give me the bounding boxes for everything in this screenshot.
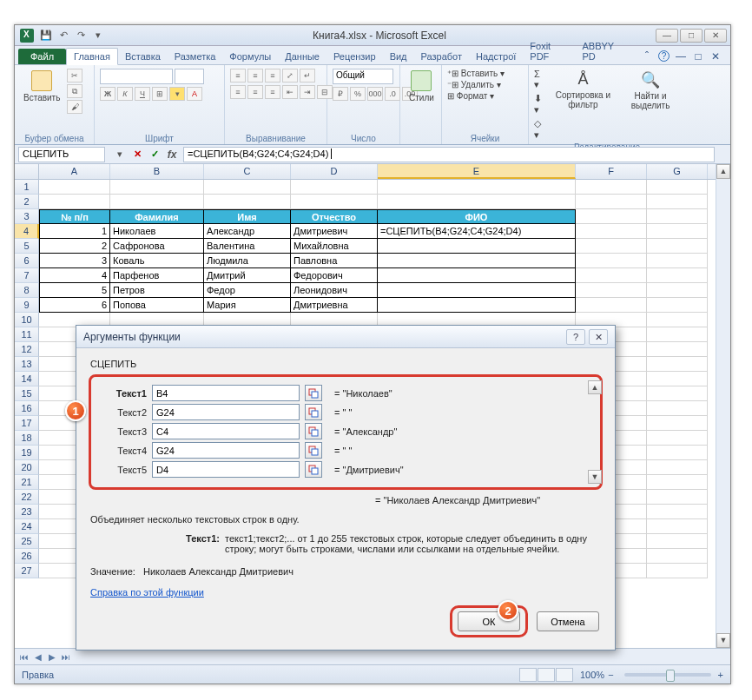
copy-icon[interactable]: ⧉ bbox=[67, 84, 82, 98]
table-row[interactable] bbox=[378, 298, 576, 313]
tab-insert[interactable]: Вставка bbox=[118, 49, 168, 64]
cell-B4[interactable]: Николаев bbox=[110, 224, 204, 239]
cell-C4[interactable]: Александр bbox=[204, 224, 291, 239]
cells-insert[interactable]: ⁺⊞ Вставить ▾ bbox=[447, 69, 505, 78]
row-16-header[interactable]: 16 bbox=[15, 401, 39, 416]
row-26-header[interactable]: 26 bbox=[15, 549, 39, 564]
scroll-up-icon[interactable]: ▲ bbox=[716, 164, 730, 179]
cell-E4-active[interactable]: =СЦЕПИТЬ(B4;G24;C4;G24;D4) bbox=[378, 224, 576, 239]
table-row[interactable]: Дмитрий bbox=[204, 268, 291, 283]
zoom-out-icon[interactable]: − bbox=[608, 670, 613, 680]
border-button[interactable]: ⊞ bbox=[152, 87, 168, 101]
table-row[interactable] bbox=[378, 254, 576, 268]
row-23-header[interactable]: 23 bbox=[15, 505, 39, 519]
cell-G21[interactable] bbox=[647, 475, 708, 490]
table-row[interactable] bbox=[378, 239, 576, 254]
currency-icon[interactable]: ₽ bbox=[333, 87, 348, 101]
tab-review[interactable]: Рецензир bbox=[327, 49, 383, 64]
arg2-ref-button[interactable] bbox=[305, 404, 322, 420]
find-select-button[interactable]: 🔍 Найти и выделить bbox=[621, 69, 680, 112]
sheet-nav-prev-icon[interactable]: ◀ bbox=[32, 652, 44, 662]
cells-format[interactable]: ⊞ Формат ▾ bbox=[447, 91, 494, 101]
formula-cancel-icon[interactable]: ✕ bbox=[129, 147, 145, 162]
tab-home[interactable]: Главная bbox=[66, 48, 118, 65]
tab-file[interactable]: Файл bbox=[18, 49, 66, 64]
table-row[interactable]: 2 bbox=[39, 239, 110, 254]
cell-G16[interactable] bbox=[647, 401, 708, 416]
cell-G19[interactable] bbox=[647, 446, 708, 460]
percent-icon[interactable]: % bbox=[350, 87, 366, 101]
table-row[interactable]: Дмитриевна bbox=[291, 298, 378, 313]
maximize-button[interactable]: □ bbox=[680, 29, 703, 43]
arg1-input[interactable] bbox=[152, 385, 300, 401]
table-row[interactable]: Павловна bbox=[291, 254, 378, 268]
header-B[interactable]: Фамилия bbox=[110, 209, 204, 224]
cancel-button[interactable]: Отмена bbox=[537, 611, 599, 631]
table-row[interactable] bbox=[378, 283, 576, 298]
paste-button[interactable]: Вставить bbox=[20, 69, 63, 104]
align-top-icon[interactable]: ≡ bbox=[230, 69, 246, 83]
name-box[interactable]: СЦЕПИТЬ bbox=[18, 147, 105, 162]
row-12-header[interactable]: 12 bbox=[15, 342, 39, 357]
sheet-nav-last-icon[interactable]: ⏭ bbox=[60, 652, 72, 662]
ribbon-minimize-icon[interactable]: ˆ bbox=[641, 50, 653, 63]
row-9-header[interactable]: 9 bbox=[15, 298, 39, 313]
row-18-header[interactable]: 18 bbox=[15, 431, 39, 446]
format-painter-icon[interactable]: 🖌 bbox=[67, 100, 82, 114]
arg5-input[interactable] bbox=[152, 461, 300, 478]
indent-increase-icon[interactable]: ⇥ bbox=[300, 85, 315, 99]
cell-G13[interactable] bbox=[647, 357, 708, 372]
orientation-icon[interactable]: ⤢ bbox=[282, 69, 298, 83]
cell-G22[interactable] bbox=[647, 490, 708, 505]
tab-data[interactable]: Данные bbox=[278, 49, 327, 64]
autosum-icon[interactable]: Σ ▾ bbox=[534, 69, 545, 90]
row-13-header[interactable]: 13 bbox=[15, 357, 39, 372]
table-row[interactable]: Парфенов bbox=[110, 268, 204, 283]
view-break-icon[interactable] bbox=[556, 668, 573, 682]
cell-G23[interactable] bbox=[647, 505, 708, 519]
cell-G18[interactable] bbox=[647, 431, 708, 446]
cell-A4[interactable]: 1 bbox=[39, 224, 110, 239]
doc-minimize-icon[interactable]: — bbox=[675, 50, 687, 63]
row-11-header[interactable]: 11 bbox=[15, 327, 39, 342]
indent-decrease-icon[interactable]: ⇤ bbox=[282, 85, 298, 99]
minimize-button[interactable]: — bbox=[656, 29, 678, 43]
row-2-header[interactable]: 2 bbox=[15, 195, 39, 209]
align-center-icon[interactable]: ≡ bbox=[247, 85, 263, 99]
cell-G20[interactable] bbox=[647, 460, 708, 475]
cell-G14[interactable] bbox=[647, 372, 708, 386]
sheet-nav-next-icon[interactable]: ▶ bbox=[46, 652, 58, 662]
table-row[interactable]: 3 bbox=[39, 254, 110, 268]
align-left-icon[interactable]: ≡ bbox=[230, 85, 246, 99]
formula-input[interactable]: =СЦЕПИТЬ(B4;G24;C4;G24;D4) bbox=[183, 147, 715, 162]
tab-abbyy[interactable]: ABBYY PD bbox=[575, 38, 632, 64]
font-color-button[interactable]: A bbox=[187, 87, 202, 101]
table-row[interactable]: Михайловна bbox=[291, 239, 378, 254]
col-F[interactable]: F bbox=[576, 164, 647, 179]
clear-icon[interactable]: ◇ ▾ bbox=[534, 118, 545, 141]
row-27-header[interactable]: 27 bbox=[15, 564, 39, 578]
table-row[interactable] bbox=[378, 268, 576, 283]
table-row[interactable]: 6 bbox=[39, 298, 110, 313]
header-E[interactable]: ФИО bbox=[378, 209, 576, 224]
arg5-ref-button[interactable] bbox=[305, 461, 322, 478]
col-C[interactable]: C bbox=[204, 164, 291, 179]
args-scroll-up-icon[interactable]: ▲ bbox=[588, 380, 602, 394]
row-5-header[interactable]: 5 bbox=[15, 239, 39, 254]
font-size-combo[interactable] bbox=[175, 69, 204, 84]
row-3-header[interactable]: 3 bbox=[15, 209, 39, 224]
bold-button[interactable]: Ж bbox=[100, 87, 115, 101]
italic-button[interactable]: К bbox=[117, 87, 133, 101]
table-row[interactable]: Федорович bbox=[291, 268, 378, 283]
tab-developer[interactable]: Разработ bbox=[414, 49, 469, 64]
row-17-header[interactable]: 17 bbox=[15, 416, 39, 431]
cell-G27[interactable] bbox=[647, 564, 708, 578]
arg4-input[interactable] bbox=[152, 442, 300, 459]
cut-icon[interactable]: ✂ bbox=[67, 69, 82, 83]
args-scrollbar[interactable]: ▲ ▼ bbox=[588, 380, 602, 484]
col-E[interactable]: E bbox=[378, 164, 576, 179]
formula-enter-icon[interactable]: ✓ bbox=[147, 147, 162, 162]
table-row[interactable]: Федор bbox=[204, 283, 291, 298]
fill-icon[interactable]: ⬇ ▾ bbox=[534, 93, 545, 116]
header-A[interactable]: № п/п bbox=[39, 209, 110, 224]
